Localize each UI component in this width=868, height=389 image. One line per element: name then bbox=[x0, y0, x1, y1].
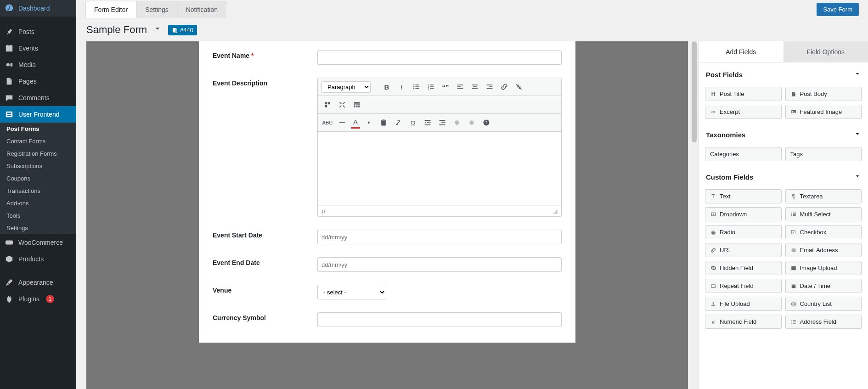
italic-icon[interactable]: I bbox=[395, 81, 407, 93]
format-select[interactable]: Paragraph bbox=[321, 81, 371, 93]
field-btn-repeat[interactable]: Repeat Field bbox=[705, 279, 782, 293]
field-btn-numeric[interactable]: #Numeric Field bbox=[705, 315, 782, 329]
tab-field-options[interactable]: Field Options bbox=[783, 41, 868, 62]
section-head[interactable]: Post Fields bbox=[705, 67, 862, 82]
field-btn-textarea[interactable]: ¶Textarea bbox=[785, 189, 862, 203]
help-icon[interactable]: ? bbox=[480, 117, 492, 129]
sidebar-subitem-coupons[interactable]: Coupons bbox=[0, 172, 76, 185]
field-btn-post-body[interactable]: Post Body bbox=[785, 87, 862, 101]
field-btn-country-list[interactable]: Country List bbox=[785, 297, 862, 311]
paste-text-icon[interactable] bbox=[378, 117, 389, 129]
section-head[interactable]: Taxonomies bbox=[705, 127, 862, 142]
section-head[interactable]: Custom Fields bbox=[705, 169, 862, 185]
tab-notification[interactable]: Notification bbox=[177, 1, 226, 18]
svg-rect-16 bbox=[430, 86, 434, 87]
sidebar-item-plugins[interactable]: Plugins 1 bbox=[0, 291, 76, 307]
svg-rect-59 bbox=[711, 285, 715, 288]
venue-select[interactable]: - select - bbox=[317, 285, 386, 299]
sidebar-item-products[interactable]: Products bbox=[0, 251, 76, 267]
sidebar-item-woocommerce[interactable]: WooCommerce bbox=[0, 234, 76, 251]
text-color-icon[interactable]: A bbox=[351, 117, 360, 129]
sidebar-item-pages[interactable]: Pages bbox=[0, 73, 76, 90]
sidebar-item-comments[interactable]: Comments bbox=[0, 90, 76, 106]
field-btn-post-title[interactable]: HPost Title bbox=[705, 87, 782, 101]
field-btn-tags[interactable]: Tags bbox=[785, 147, 862, 161]
align-center-icon[interactable] bbox=[469, 81, 481, 93]
event-end-date-input[interactable] bbox=[317, 257, 562, 272]
currency-symbol-input[interactable] bbox=[317, 312, 562, 327]
sidebar-subitem-settings[interactable]: Settings bbox=[0, 222, 76, 234]
toolbar-toggle-icon[interactable] bbox=[351, 99, 363, 111]
link-icon[interactable] bbox=[498, 81, 510, 93]
event-name-input[interactable] bbox=[317, 50, 562, 65]
sidebar-item-appearance[interactable]: Appearance bbox=[0, 274, 76, 291]
field-btn-file-upload[interactable]: File Upload bbox=[705, 297, 782, 311]
outdent-icon[interactable] bbox=[422, 117, 434, 129]
svg-rect-30 bbox=[325, 105, 327, 107]
bold-icon[interactable]: B bbox=[381, 81, 393, 93]
align-right-icon[interactable] bbox=[484, 81, 496, 93]
field-btn-email[interactable]: ✉Email Address bbox=[785, 243, 862, 257]
field-btn-url[interactable]: URL bbox=[705, 243, 782, 257]
bullet-list-icon[interactable] bbox=[410, 81, 422, 93]
field-btn-text[interactable]: TText bbox=[705, 189, 782, 203]
strikethrough-icon[interactable]: ABC bbox=[321, 117, 333, 129]
svg-rect-61 bbox=[791, 284, 795, 285]
sidebar-item-events[interactable]: Events bbox=[0, 40, 76, 56]
field-btn-excerpt[interactable]: ✂Excerpt bbox=[705, 105, 782, 119]
field-currency-symbol[interactable]: Currency Symbol bbox=[213, 306, 562, 333]
editor-body[interactable] bbox=[318, 132, 561, 205]
field-event-end-date[interactable]: Event End Date bbox=[213, 251, 562, 278]
resize-handle-icon[interactable]: ◢ bbox=[553, 208, 558, 214]
field-btn-image-upload[interactable]: Image Upload bbox=[785, 261, 862, 275]
indent-icon[interactable] bbox=[436, 117, 448, 129]
tab-add-fields[interactable]: Add Fields bbox=[699, 41, 783, 62]
redo-icon[interactable] bbox=[466, 117, 478, 129]
sidebar-subitem-tools[interactable]: Tools bbox=[0, 209, 76, 222]
tab-settings[interactable]: Settings bbox=[136, 1, 177, 18]
event-start-date-input[interactable] bbox=[317, 230, 562, 244]
repeat-icon bbox=[710, 283, 716, 289]
field-event-start-date[interactable]: Event Start Date bbox=[213, 223, 562, 251]
sidebar-subitem-transactions[interactable]: Transactions bbox=[0, 185, 76, 197]
field-venue[interactable]: Venue - select - bbox=[213, 278, 562, 306]
fullscreen-icon[interactable] bbox=[321, 99, 333, 111]
field-event-name[interactable]: Event Name * bbox=[213, 44, 562, 71]
sidebar-item-media[interactable]: Media bbox=[0, 56, 76, 73]
save-form-button[interactable]: Save Form bbox=[817, 3, 859, 16]
tab-form-editor[interactable]: Form Editor bbox=[85, 1, 136, 18]
field-btn-dropdown[interactable]: Dropdown bbox=[705, 207, 782, 221]
sidebar-subitem-post-forms[interactable]: Post Forms bbox=[0, 123, 76, 135]
sidebar-subitem-addons[interactable]: Add-ons bbox=[0, 197, 76, 209]
sidebar-subitem-contact-forms[interactable]: Contact Forms bbox=[0, 135, 76, 147]
field-btn-featured-image[interactable]: Featured Image bbox=[785, 105, 862, 119]
field-event-description[interactable]: Event Description Paragraph B I 123 bbox=[213, 71, 562, 223]
distraction-free-icon[interactable] bbox=[336, 99, 348, 111]
align-left-icon[interactable] bbox=[454, 81, 466, 93]
field-btn-categories[interactable]: Categories bbox=[705, 147, 782, 161]
sidebar-item-posts[interactable]: Posts bbox=[0, 23, 76, 40]
dropdown-icon[interactable]: ▼ bbox=[363, 117, 375, 129]
special-char-icon[interactable]: Ω bbox=[407, 117, 419, 129]
form-id-badge[interactable]: #440 bbox=[168, 25, 197, 35]
sidebar-item-dashboard[interactable]: Dashboard bbox=[0, 0, 76, 17]
chevron-down-icon[interactable] bbox=[153, 25, 162, 35]
sidebar-subitem-registration-forms[interactable]: Registration Forms bbox=[0, 147, 76, 160]
clear-formatting-icon[interactable] bbox=[392, 117, 404, 129]
numbered-list-icon[interactable]: 123 bbox=[425, 81, 437, 93]
undo-icon[interactable] bbox=[451, 117, 463, 129]
field-btn-multi-select[interactable]: Multi Select bbox=[785, 207, 862, 221]
field-btn-radio[interactable]: ◉Radio bbox=[705, 225, 782, 239]
canvas-scrollbar[interactable] bbox=[691, 41, 697, 389]
sidebar-subitem-subscriptions[interactable]: Subscriptions bbox=[0, 160, 76, 172]
scrollbar-thumb[interactable] bbox=[692, 41, 697, 142]
field-btn-hidden[interactable]: Hidden Field bbox=[705, 261, 782, 275]
field-btn-date-time[interactable]: Date / Time bbox=[785, 279, 862, 293]
blockquote-icon[interactable]: “” bbox=[440, 81, 451, 93]
field-btn-address[interactable]: Address Field bbox=[785, 315, 862, 329]
field-btn-checkbox[interactable]: ☑Checkbox bbox=[785, 225, 862, 239]
cube-icon bbox=[5, 254, 14, 264]
hr-icon[interactable] bbox=[336, 117, 348, 129]
unlink-icon[interactable] bbox=[513, 81, 525, 93]
sidebar-item-user-frontend[interactable]: User Frontend bbox=[0, 106, 76, 123]
